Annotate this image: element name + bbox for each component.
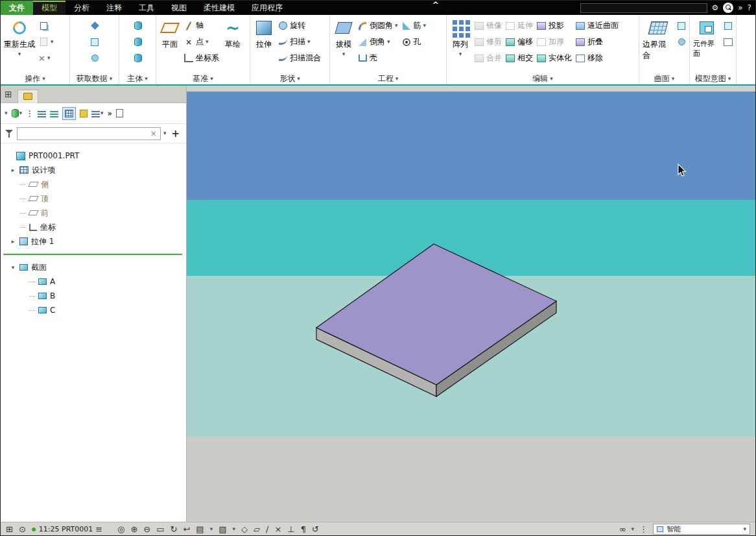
tree-item-plane-top[interactable]: 顶 — [1, 191, 186, 206]
project-button[interactable]: 投影 — [536, 19, 572, 32]
new-body-button[interactable] — [133, 19, 143, 32]
tree-filter-button[interactable]: ▾ — [91, 110, 104, 117]
offset-button[interactable]: 偏移 — [505, 35, 533, 49]
datum-point-display-icon[interactable]: × — [274, 525, 281, 533]
selection-filter-combo[interactable]: 智能 ▾ — [653, 524, 750, 535]
remove-button[interactable]: 移除 — [575, 51, 619, 65]
tab-model[interactable]: 模型 — [33, 1, 65, 15]
tree-item-sections[interactable]: ▾ 截面 — [1, 260, 186, 274]
navigator-grid-toggle-icon[interactable]: ⊞ — [5, 89, 12, 99]
draft-button[interactable]: 拔模 ▾ — [333, 17, 354, 57]
sweep-button[interactable]: 扫描▾ — [278, 35, 321, 49]
group-label-surfaces[interactable]: 曲面▾ — [639, 73, 689, 84]
datum-plane-button[interactable]: 平面 — [159, 17, 180, 50]
expand-arrow-icon[interactable]: ▸ — [10, 238, 16, 245]
body-copy-button[interactable] — [133, 35, 143, 49]
shrinkwrap-button[interactable] — [89, 51, 100, 65]
copy-button[interactable] — [38, 19, 54, 32]
datum-plane-display-icon[interactable]: ▱ — [254, 525, 260, 533]
style-surface-button[interactable] — [676, 35, 687, 49]
group-label-datum[interactable]: 基准▾ — [156, 73, 250, 84]
file-menu[interactable]: 文件 — [1, 1, 33, 15]
group-label-get-data[interactable]: 获取数据▾ — [70, 73, 119, 84]
tab-view[interactable]: 视图 — [163, 1, 195, 15]
copy-geometry-button[interactable] — [89, 35, 100, 49]
group-label-model-intent[interactable]: 模型意图▾ — [690, 73, 736, 84]
family-table-button[interactable] — [723, 35, 733, 49]
previous-view-icon[interactable]: ↩ — [183, 525, 190, 533]
tree-settings-button[interactable] — [116, 109, 123, 117]
tree-item-design-items[interactable]: ▸ 设计项 — [1, 163, 186, 177]
extend-button[interactable]: 延伸 — [505, 19, 533, 32]
pattern-button[interactable]: 阵列 ▾ — [450, 17, 471, 57]
collapse-all-button[interactable] — [50, 110, 58, 117]
named-views-icon[interactable]: ▤ — [196, 525, 204, 533]
help-button[interactable]: ? — [748, 3, 751, 12]
merge-button[interactable]: 合并 — [474, 51, 502, 65]
component-interface-button[interactable]: 元件界面 — [693, 17, 720, 58]
group-label-shapes[interactable]: 形状▾ — [250, 73, 329, 84]
expand-arrow-icon[interactable]: ▸ — [10, 167, 16, 173]
boundary-blend-button[interactable]: 边界混合 — [643, 17, 673, 61]
publish-geometry-button[interactable] — [723, 19, 733, 32]
dropdown-arrow-icon[interactable]: ▾ — [232, 526, 235, 532]
group-label-operations[interactable]: 操作▾ — [1, 73, 69, 84]
sketch-button[interactable]: ~ 草绘 — [222, 17, 243, 50]
dropdown-arrow-icon[interactable]: ▾ — [631, 526, 634, 532]
command-search-input[interactable] — [580, 3, 707, 13]
tab-tools[interactable]: 工具 — [130, 1, 163, 15]
tree-item-section-c[interactable]: C — [1, 303, 186, 317]
tree-columns-button[interactable] — [62, 107, 76, 120]
tree-item-extrude-1[interactable]: ▸ 拉伸 1 — [1, 234, 186, 249]
paste-button[interactable]: ▾ — [38, 35, 54, 49]
search-icon[interactable] — [723, 3, 733, 13]
regenerate-button[interactable]: 重新生成 ▾ — [4, 17, 35, 57]
window-arrows-icon[interactable]: » — [738, 3, 742, 12]
perspective-icon[interactable]: ◇ — [241, 525, 248, 533]
tab-flexible-modeling[interactable]: 柔性建模 — [195, 1, 243, 15]
zoom-out-icon[interactable]: ⊖ — [143, 525, 150, 533]
gear-icon[interactable]: ⚙ — [712, 3, 719, 12]
datum-point-button[interactable]: ×点▾ — [183, 35, 219, 49]
message-log-icon[interactable]: ≡ — [95, 525, 102, 533]
favorites-button[interactable] — [80, 110, 88, 117]
trim-button[interactable]: 修剪 — [474, 35, 502, 49]
tree-item-root[interactable]: PRT0001.PRT — [1, 149, 186, 163]
display-style-icon[interactable]: ▧ — [219, 525, 226, 533]
repaint-icon[interactable]: ↻ — [171, 525, 178, 533]
tab-annotate[interactable]: 注释 — [98, 1, 130, 15]
expand-all-button[interactable] — [38, 110, 46, 117]
rib-button[interactable]: 筋▾ — [401, 19, 427, 32]
spin-center-icon[interactable]: ↺ — [312, 525, 319, 533]
zoom-window-icon[interactable]: ▭ — [156, 525, 164, 533]
body-options-button[interactable] — [133, 51, 143, 65]
group-label-editing[interactable]: 编辑▾ — [447, 73, 639, 84]
plate-top-face[interactable] — [316, 244, 556, 385]
mirror-button[interactable]: 镜像 — [474, 19, 502, 32]
round-button[interactable]: 倒圆角▾ — [357, 19, 398, 32]
model-tree-tab[interactable] — [18, 90, 38, 103]
fill-surface-button[interactable] — [676, 19, 687, 32]
collapse-arrow-icon[interactable]: ▾ — [10, 264, 16, 271]
wrap-button[interactable]: 折叠 — [575, 35, 619, 49]
tree-item-csys[interactable]: 坐标 — [1, 220, 186, 234]
search-tool-icon[interactable]: ∞ — [619, 525, 626, 533]
clear-search-icon[interactable]: × — [149, 129, 158, 138]
user-defined-feature-button[interactable] — [89, 19, 100, 32]
tree-item-plane-front[interactable]: 前 — [1, 206, 186, 220]
tree-item-plane-side[interactable]: 侧 — [1, 177, 186, 191]
more-options-icon[interactable]: ⋮ — [639, 525, 648, 533]
shell-button[interactable]: 壳 — [357, 51, 398, 65]
thicken-button[interactable]: 加厚 — [536, 35, 572, 49]
swept-blend-button[interactable]: 扫描混合 — [278, 51, 321, 65]
datum-axis-display-icon[interactable]: ∕ — [266, 525, 268, 533]
tree-more-button[interactable]: ⋮ — [26, 109, 34, 118]
datum-csys-button[interactable]: 坐标系 — [183, 51, 219, 65]
delete-button[interactable]: ×▾ — [38, 51, 54, 65]
find-icon[interactable]: ◎ — [117, 525, 124, 533]
graphics-area[interactable] — [187, 91, 756, 523]
approximate-surface-button[interactable]: 逼近曲面 — [575, 19, 619, 32]
search-options-dropdown-icon[interactable]: ▾ — [163, 130, 167, 136]
chamfer-button[interactable]: 倒角▾ — [357, 35, 398, 49]
extrude-button[interactable]: 拉伸 — [254, 17, 274, 50]
